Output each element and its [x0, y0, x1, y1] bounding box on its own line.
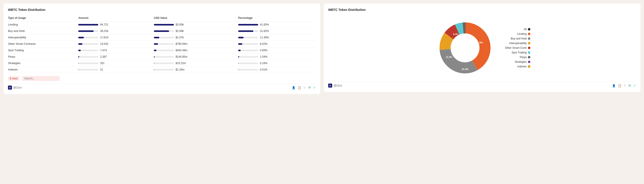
cell-amount: 251	[78, 60, 154, 66]
legend-item: Interoperability	[505, 42, 530, 45]
left-panel-title: WBTC Token Distribution	[8, 8, 316, 12]
time-badge-right: 3h	[628, 84, 631, 87]
cell-usd: $3.93b	[154, 22, 238, 28]
legend-dot	[528, 28, 530, 30]
label-interop: 11.4%	[446, 56, 452, 58]
table-footer-row: 8 rows	[8, 76, 316, 81]
legend-dot	[528, 66, 530, 68]
right-panel-title: WBTC Token Distribution	[328, 8, 636, 12]
cell-amount: 64,721	[78, 22, 154, 28]
cell-amount: 13,020	[78, 41, 154, 47]
legend-item: All	[505, 28, 530, 31]
legend-label: Spot Trading	[512, 51, 527, 54]
col-amount: Amount	[78, 15, 154, 22]
right-panel-footer: 21 @21co 👤 📋 ↻ 3h ✓	[328, 82, 636, 88]
cell-usd: $453.49m	[154, 47, 238, 54]
cell-pct: 31.82%	[238, 28, 316, 34]
legend-dot	[528, 47, 530, 49]
cell-pct: 0.01%	[238, 66, 316, 73]
table-row: Strategies 251 $15.22m 0.16%	[8, 60, 316, 66]
col-usd: USD Value	[154, 15, 238, 22]
chart-legend: All Lending Buy and Hold Interoperabilit…	[505, 28, 530, 68]
avatar-21co-right: 21	[328, 84, 332, 88]
legend-item: Indexes	[505, 65, 530, 68]
table-row: Lending 64,721 $3.93b 41.83%	[8, 22, 316, 28]
col-type: Type of Usage	[8, 15, 78, 22]
legend-dot	[528, 52, 530, 54]
legend-item: Other Smart Contr	[505, 46, 530, 50]
legend-label: Lending	[517, 32, 527, 36]
cell-usd: $1.26m	[154, 66, 238, 73]
person-icon[interactable]: 👤	[292, 86, 296, 89]
legend-item: Strategies	[505, 60, 530, 64]
author-label-left: @21co	[13, 86, 22, 89]
cell-amount: 21	[78, 66, 154, 73]
col-pct: Percentage	[238, 15, 316, 22]
table-row: Perps 2,387 $144.85m 1.54%	[8, 54, 316, 60]
legend-label: All	[524, 28, 527, 31]
right-panel: WBTC Token Distribution	[324, 4, 640, 92]
legend-label: Strategies	[515, 60, 527, 64]
table-row: Buy and Hold 49,234 $2.99b 31.82%	[8, 28, 316, 34]
cell-type: Lending	[8, 22, 78, 28]
cell-usd: $15.22m	[154, 60, 238, 66]
cell-type: Buy and Hold	[8, 28, 78, 34]
distribution-table: Type of Usage Amount USD Value Percentag…	[8, 15, 316, 73]
footer-author-right: 21 @21co	[328, 84, 342, 88]
time-badge-left: 3h	[308, 86, 311, 89]
label-othersc: 8.4%	[453, 33, 458, 36]
legend-label: Indexes	[517, 65, 527, 68]
cell-amount: 7,474	[78, 47, 154, 54]
legend-label: Buy and Hold	[511, 37, 527, 40]
footer-author-left: 21 @21co	[8, 86, 22, 90]
person-icon-right[interactable]: 👤	[612, 84, 616, 87]
search-input[interactable]	[22, 76, 60, 81]
left-panel: WBTC Token Distribution Type of Usage Am…	[4, 4, 320, 94]
cell-type: Indexes	[8, 66, 78, 73]
cell-amount: 17,619	[78, 34, 154, 41]
rows-badge: 8 rows	[8, 76, 19, 81]
refresh-icon-right[interactable]: ↻	[624, 84, 626, 87]
label-lending: 41.8%	[476, 41, 483, 44]
cell-type: Strategies	[8, 60, 78, 66]
legend-dot	[528, 61, 530, 63]
cell-usd: $2.99b	[154, 28, 238, 34]
legend-label: Interoperability	[509, 42, 527, 45]
legend-dot	[528, 56, 530, 58]
cell-type: Other Smart Contracts	[8, 41, 78, 47]
cell-usd: $144.85m	[154, 54, 238, 60]
legend-label: Other Smart Contr	[505, 46, 527, 50]
legend-item: Lending	[505, 32, 530, 36]
donut-hole	[450, 34, 480, 62]
check-icon-right: ✓	[633, 84, 636, 87]
table-row: Other Smart Contracts 13,020 $790.06m 8.…	[8, 41, 316, 47]
avatar-21co: 21	[8, 86, 12, 90]
legend-item: Buy and Hold	[505, 37, 530, 40]
copy-icon-right[interactable]: 📋	[618, 84, 622, 87]
footer-icons-left: 👤 📋 ↻ 3h ✓	[292, 86, 316, 89]
cell-pct: 11.39%	[238, 34, 316, 41]
cell-usd: $790.06m	[154, 41, 238, 47]
table-row: Indexes 21 $1.26m 0.01%	[8, 66, 316, 73]
cell-pct: 0.16%	[238, 60, 316, 66]
legend-dot	[528, 38, 530, 40]
legend-dot	[528, 33, 530, 35]
cell-pct: 8.42%	[238, 41, 316, 47]
table-row: Spot Trading 7,474 $453.49m 4.83%	[8, 47, 316, 54]
donut-area: 41.8% 31.8% 11.4% 8.4% All Lending Buy a…	[328, 17, 636, 79]
donut-svg: 41.8% 31.8% 11.4% 8.4%	[434, 17, 496, 79]
label-buyhold: 31.8%	[462, 68, 468, 70]
legend-label: Perps	[520, 56, 527, 59]
legend-item: Perps	[505, 56, 530, 59]
legend-dot	[528, 42, 530, 44]
cell-amount: 49,234	[78, 28, 154, 34]
copy-icon[interactable]: 📋	[298, 86, 301, 89]
cell-amount: 2,387	[78, 54, 154, 60]
cell-usd: $1.07b	[154, 34, 238, 41]
check-icon-left: ✓	[313, 86, 316, 89]
footer-icons-right: 👤 📋 ↻ 3h ✓	[612, 84, 636, 87]
left-panel-footer: 21 @21co 👤 📋 ↻ 3h ✓	[8, 84, 316, 90]
refresh-icon[interactable]: ↻	[303, 86, 306, 89]
donut-chart: 41.8% 31.8% 11.4% 8.4%	[434, 17, 496, 79]
legend-item: Spot Trading	[505, 51, 530, 54]
